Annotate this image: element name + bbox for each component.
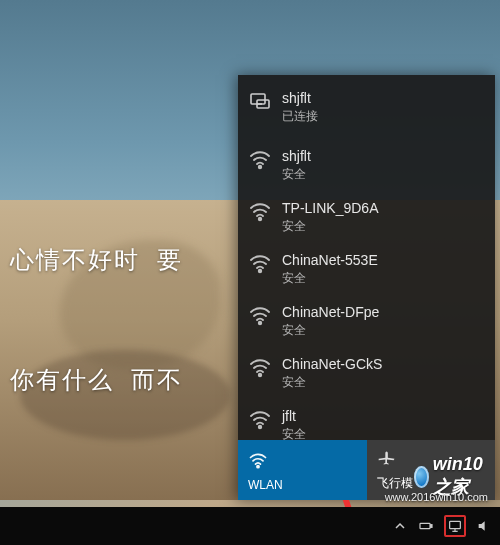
network-item-connected[interactable]: shjflt 已连接 [238,75,495,139]
watermark-logo-icon [414,466,429,488]
network-item[interactable]: ChinaNet-GCkS 安全 [238,347,495,399]
wifi-icon [248,199,272,223]
network-item[interactable]: shjflt 安全 [238,139,495,191]
wlan-tile-label: WLAN [248,478,283,492]
svg-rect-12 [450,521,461,528]
network-flyout: shjflt 已连接 shjflt 安全 [238,75,495,500]
network-name: shjflt [282,147,311,165]
overlay-line-2: 你有什么 而不 [10,360,183,400]
network-name: ChinaNet-GCkS [282,355,382,373]
network-list[interactable]: shjflt 已连接 shjflt 安全 [238,75,495,444]
svg-point-5 [259,270,262,273]
watermark-site: www.2016win10.com [385,491,488,503]
airplane-tile-label: 飞行模 [377,475,413,492]
svg-point-3 [259,166,262,169]
wallpaper-text: 心情不好时 要 你有什么 而不 世界很大 机会 不要蜷缩在一 [10,160,183,545]
wifi-icon [248,407,272,431]
overlay-line-1: 心情不好时 要 [10,240,183,280]
volume-icon[interactable] [476,518,492,534]
svg-rect-0 [251,94,265,104]
network-item[interactable]: ChinaNet-DFpe 安全 [238,295,495,347]
network-status: 安全 [282,373,382,391]
network-name: ChinaNet-DFpe [282,303,379,321]
network-status: 安全 [282,321,379,339]
battery-icon[interactable] [418,518,434,534]
network-status: 安全 [282,269,378,287]
network-status: 安全 [282,165,311,183]
wifi-icon [248,450,268,470]
chevron-up-icon[interactable] [392,518,408,534]
network-tray-icon[interactable] [444,515,466,537]
svg-point-7 [259,374,262,377]
ethernet-icon [248,89,272,113]
svg-point-6 [259,322,262,325]
network-item[interactable]: jflt 安全 [238,399,495,444]
airplane-icon [377,447,397,467]
system-tray [392,515,492,537]
taskbar [0,507,500,545]
network-name: jflt [282,407,306,425]
wlan-tile[interactable]: WLAN [238,440,367,500]
network-item[interactable]: ChinaNet-553E 安全 [238,243,495,295]
network-name: ChinaNet-553E [282,251,378,269]
svg-point-8 [259,426,262,429]
wifi-icon [248,147,272,171]
desktop: 心情不好时 要 你有什么 而不 世界很大 机会 不要蜷缩在一 shjflt 已连… [0,0,500,545]
svg-point-9 [257,466,259,468]
wifi-icon [248,251,272,275]
svg-rect-10 [420,523,430,528]
network-status: 安全 [282,217,378,235]
network-name: TP-LINK_9D6A [282,199,378,217]
network-name: shjflt [282,89,318,107]
wifi-icon [248,303,272,327]
svg-point-4 [259,218,262,221]
svg-rect-11 [431,525,432,528]
network-status: 已连接 [282,107,318,125]
wifi-icon [248,355,272,379]
network-item[interactable]: TP-LINK_9D6A 安全 [238,191,495,243]
